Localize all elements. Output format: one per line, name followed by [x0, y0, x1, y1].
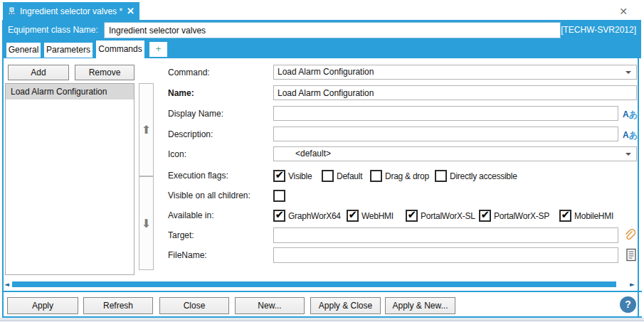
document-tab-title: Ingredient selector valves *	[20, 6, 122, 16]
equipment-class-dialog: Ingredient selector valves * ✕ ✕ Equipme…	[0, 0, 644, 322]
display-name-input[interactable]	[273, 106, 618, 121]
checkbox-default[interactable]: Default	[322, 170, 362, 182]
content-bottom-border	[2, 291, 642, 292]
chevron-down-icon	[625, 153, 631, 156]
checkbox-directly-accessible[interactable]: Directly accessible	[435, 170, 517, 182]
help-button[interactable]: ?	[620, 296, 636, 313]
icon-label: Icon:	[168, 149, 186, 159]
filename-label: FileName:	[168, 250, 207, 260]
description-label: Description:	[168, 129, 213, 139]
close-button[interactable]: Close	[159, 297, 229, 314]
reorder-strip: ⬆ ⬇	[139, 83, 154, 270]
icon-combobox[interactable]: <default>	[273, 146, 637, 161]
localization-icon[interactable]: Aあ	[623, 129, 640, 141]
command-combobox[interactable]: Load Alarm Configuration	[273, 65, 637, 80]
name-input[interactable]	[273, 85, 637, 100]
remove-button[interactable]: Remove	[75, 65, 134, 80]
scrollbar-right-arrow[interactable]: ►	[630, 281, 635, 288]
equipment-class-icon	[8, 6, 16, 16]
localization-icon[interactable]: Aあ	[623, 109, 640, 121]
down-arrow-icon: ⬇	[142, 217, 151, 230]
move-up-button[interactable]: ⬆	[139, 83, 154, 176]
commands-list[interactable]: Load Alarm Configuration	[5, 83, 134, 275]
up-arrow-icon: ⬆	[142, 123, 151, 136]
file-icon[interactable]	[625, 248, 637, 262]
tab-general[interactable]: General	[6, 43, 41, 58]
command-label: Command:	[168, 68, 210, 77]
checkbox-graphworx64[interactable]: GraphWorX64	[273, 210, 341, 222]
visible-all-children-label: Visible on all children:	[168, 190, 250, 200]
move-down-button[interactable]: ⬇	[139, 176, 154, 270]
apply-new-button[interactable]: Apply & New...	[385, 297, 455, 314]
checkbox-mobilehmi[interactable]: MobileHMI	[559, 210, 613, 222]
checkbox-portalworx-sl[interactable]: PortalWorX-SL	[406, 210, 475, 222]
checkbox-visible-all-children[interactable]	[273, 190, 288, 202]
list-item[interactable]: Load Alarm Configuration	[6, 84, 134, 100]
add-button[interactable]: Add	[8, 65, 69, 80]
equipment-class-name-input[interactable]	[104, 22, 561, 38]
checkbox-visible[interactable]: Visible	[273, 170, 312, 182]
scrollbar-left-arrow[interactable]: ◄	[4, 281, 9, 288]
execution-flags-label: Execution flags:	[168, 171, 228, 181]
chevron-down-icon	[625, 71, 631, 74]
dialog-left-border	[2, 58, 4, 318]
target-input[interactable]	[273, 227, 618, 243]
document-tab-close-icon[interactable]: ✕	[127, 6, 134, 16]
bottom-strip	[0, 318, 644, 321]
new-button[interactable]: New...	[235, 297, 305, 314]
paperclip-icon[interactable]	[623, 229, 636, 242]
target-label: Target:	[168, 230, 194, 240]
window-close-button[interactable]: ✕	[615, 4, 632, 18]
server-name: [TECHW-SVR2012]	[548, 25, 636, 35]
tab-parameters[interactable]: Parameters	[44, 43, 93, 58]
name-label: Name:	[168, 88, 194, 98]
apply-button[interactable]: Apply	[7, 297, 78, 314]
document-tab[interactable]: Ingredient selector valves * ✕	[3, 2, 139, 20]
checkbox-drag-drop[interactable]: Drag & drop	[370, 170, 429, 182]
apply-close-button[interactable]: Apply & Close	[310, 297, 381, 314]
available-in-label: Available in:	[168, 210, 214, 220]
checkbox-webhmi[interactable]: WebHMI	[347, 210, 394, 222]
filename-input[interactable]	[273, 247, 618, 263]
dialog-right-border	[638, 58, 639, 318]
tab-add[interactable]: +	[149, 42, 167, 57]
tab-commands[interactable]: Commands	[96, 41, 144, 59]
scrollbar-thumb[interactable]	[12, 281, 616, 287]
checkbox-portalworx-sp[interactable]: PortalWorX-SP	[479, 210, 549, 222]
display-name-label: Display Name:	[168, 109, 223, 119]
description-input[interactable]	[273, 127, 618, 141]
refresh-button[interactable]: Refresh	[83, 297, 153, 314]
equipment-class-name-label: Equipment class Name:	[8, 25, 98, 35]
